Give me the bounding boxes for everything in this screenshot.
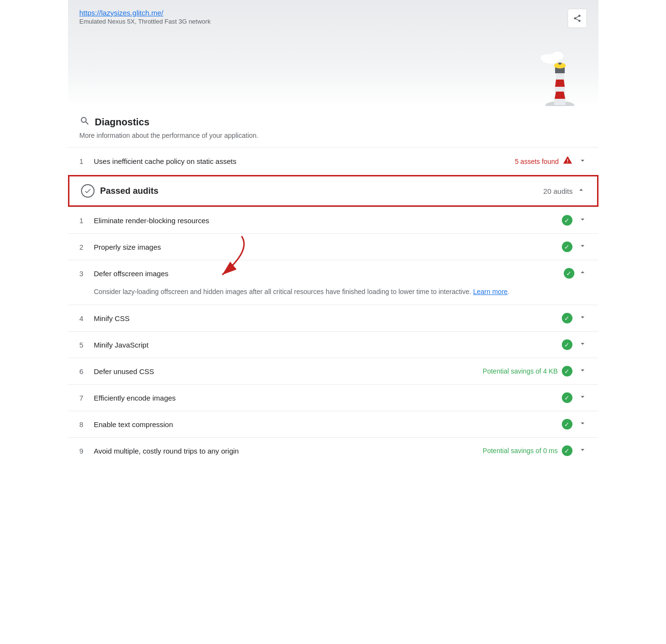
green-check-icon-p5: ✓ bbox=[562, 339, 572, 350]
audit-title-p7: Efficiently encode images bbox=[94, 394, 562, 402]
green-check-icon-p4: ✓ bbox=[562, 313, 572, 323]
audit-num-p3: 3 bbox=[80, 269, 94, 278]
passed-item-6[interactable]: 6 Defer unused CSS Potential savings of … bbox=[68, 358, 598, 384]
warning-icon bbox=[563, 155, 572, 167]
passed-item-3: 3 Defer offscreen images ✓ Consider lazy… bbox=[68, 260, 598, 305]
passed-item-8[interactable]: 8 Enable text compression ✓ bbox=[68, 411, 598, 437]
chevron-down-icon-p6 bbox=[578, 366, 587, 376]
main-content: Diagnostics More information about the p… bbox=[68, 106, 598, 464]
audit-meta-p3: ✓ bbox=[564, 268, 587, 279]
chevron-down-icon-p9 bbox=[578, 445, 587, 456]
svg-point-5 bbox=[541, 54, 550, 61]
chevron-down-icon-p8 bbox=[578, 419, 587, 429]
chevron-down-icon-p2 bbox=[578, 242, 587, 252]
chevron-up-icon bbox=[577, 186, 585, 196]
audit-title-p6: Defer unused CSS bbox=[94, 367, 483, 376]
passed-item-1[interactable]: 1 Eliminate render-blocking resources ✓ bbox=[68, 207, 598, 233]
audit-num-p4: 4 bbox=[80, 314, 94, 322]
green-check-icon-p8: ✓ bbox=[562, 419, 572, 429]
audit-num-p8: 8 bbox=[80, 420, 94, 429]
audit-meta-1: 5 assets found bbox=[515, 155, 586, 167]
audit-meta-p6: Potential savings of 4 KB ✓ bbox=[483, 366, 587, 376]
passed-item-3-detail: Consider lazy-loading offscreen and hidd… bbox=[68, 286, 598, 305]
audit-num-1: 1 bbox=[80, 157, 94, 165]
header-subtitle: Emulated Nexus 5X, Throttled Fast 3G net… bbox=[80, 18, 587, 25]
search-icon bbox=[80, 116, 90, 129]
passed-check-circle-icon bbox=[81, 184, 95, 198]
audit-title-p4: Minify CSS bbox=[94, 314, 562, 322]
audit-num-p5: 5 bbox=[80, 341, 94, 349]
svg-point-4 bbox=[552, 52, 563, 60]
audit-num-p7: 7 bbox=[80, 394, 94, 402]
passed-item-5[interactable]: 5 Minify JavaScript ✓ bbox=[68, 331, 598, 358]
share-button[interactable] bbox=[568, 9, 587, 28]
audit-title-p2: Properly size images bbox=[94, 243, 562, 251]
diagnostics-description: More information about the performance o… bbox=[68, 132, 598, 147]
audit-num-p2: 2 bbox=[80, 243, 94, 251]
audit-meta-p9: Potential savings of 0 ms ✓ bbox=[483, 445, 587, 456]
diagnostics-title: Diagnostics bbox=[95, 117, 150, 128]
audit-meta-p7: ✓ bbox=[562, 392, 587, 403]
passed-audits-count: 20 audits bbox=[544, 187, 573, 195]
savings-text-p9: Potential savings of 0 ms bbox=[483, 447, 558, 455]
green-check-icon-p9: ✓ bbox=[562, 445, 572, 456]
chevron-up-icon-p3 bbox=[578, 268, 587, 279]
audit-num-p6: 6 bbox=[80, 367, 94, 376]
passed-item-2[interactable]: 2 Properly size images ✓ bbox=[68, 233, 598, 260]
audit-meta-p1: ✓ bbox=[562, 215, 587, 226]
chevron-down-icon bbox=[578, 156, 587, 167]
audit-meta-p5: ✓ bbox=[562, 339, 587, 350]
audit-title-p9: Avoid multiple, costly round trips to an… bbox=[94, 447, 483, 455]
passed-audits-header[interactable]: Passed audits 20 audits bbox=[68, 175, 598, 207]
passed-item-9[interactable]: 9 Avoid multiple, costly round trips to … bbox=[68, 437, 598, 464]
audit-title-p3: Defer offscreen images bbox=[94, 269, 564, 278]
chevron-down-icon-p7 bbox=[578, 392, 587, 403]
passed-item-4[interactable]: 4 Minify CSS ✓ bbox=[68, 305, 598, 331]
green-check-icon-p7: ✓ bbox=[562, 392, 572, 403]
audit-num-p9: 9 bbox=[80, 447, 94, 455]
audit-title-p5: Minify JavaScript bbox=[94, 341, 562, 349]
diagnostics-item-1[interactable]: 1 Uses inefficient cache policy on stati… bbox=[68, 147, 598, 175]
audit-meta-p8: ✓ bbox=[562, 419, 587, 429]
savings-text-p6: Potential savings of 4 KB bbox=[483, 367, 558, 375]
audit-num-p1: 1 bbox=[80, 216, 94, 225]
audit-title-1: Uses inefficient cache policy on static … bbox=[94, 157, 515, 165]
passed-item-7[interactable]: 7 Efficiently encode images ✓ bbox=[68, 384, 598, 411]
header-url[interactable]: https://lazysizes.glitch.me/ bbox=[80, 9, 587, 17]
assets-found-text: 5 assets found bbox=[515, 158, 558, 165]
audit-title-p8: Enable text compression bbox=[94, 420, 562, 429]
passed-item-3-header[interactable]: 3 Defer offscreen images ✓ bbox=[68, 260, 598, 286]
audit-meta-p4: ✓ bbox=[562, 313, 587, 323]
green-check-icon-p2: ✓ bbox=[562, 242, 572, 252]
audit-title-p1: Eliminate render-blocking resources bbox=[94, 216, 562, 225]
green-check-icon-p3: ✓ bbox=[564, 268, 574, 279]
chevron-down-icon-p5 bbox=[578, 339, 587, 350]
learn-more-link[interactable]: Learn more bbox=[473, 288, 508, 295]
green-check-icon-p1: ✓ bbox=[562, 215, 572, 226]
passed-audits-title: Passed audits bbox=[100, 186, 544, 196]
header: https://lazysizes.glitch.me/ Emulated Ne… bbox=[68, 0, 598, 106]
lighthouse-icon bbox=[541, 43, 579, 106]
diagnostics-section-header: Diagnostics bbox=[68, 106, 598, 132]
green-check-icon-p6: ✓ bbox=[562, 366, 572, 376]
chevron-down-icon-p1 bbox=[578, 215, 587, 226]
audit-meta-p2: ✓ bbox=[562, 242, 587, 252]
chevron-down-icon-p4 bbox=[578, 313, 587, 323]
